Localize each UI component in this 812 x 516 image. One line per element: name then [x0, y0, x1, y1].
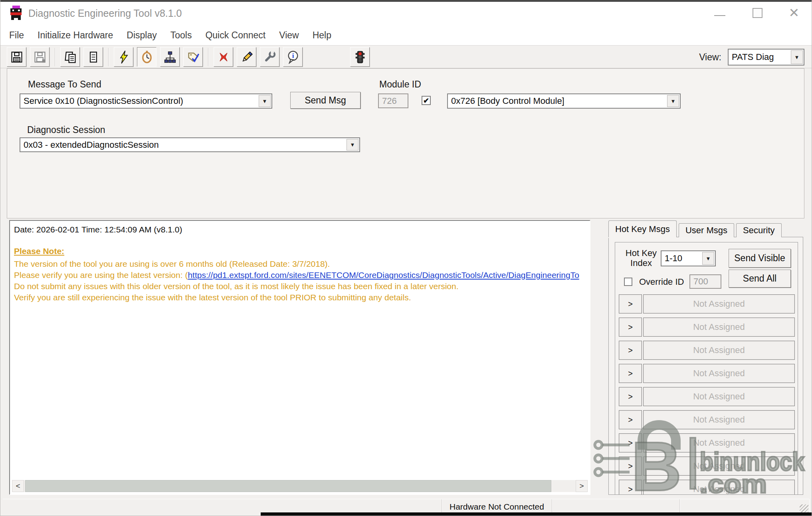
- send-all-button[interactable]: Send All: [729, 270, 791, 288]
- send-visible-button[interactable]: Send Visible: [729, 249, 791, 268]
- pencil-icon[interactable]: [237, 47, 256, 67]
- hotkey-slot-button[interactable]: Not Assigned: [643, 456, 795, 476]
- toolbar: i View: PATS Diag ▼: [0, 46, 812, 68]
- override-id-checkbox[interactable]: [624, 278, 632, 286]
- download-link[interactable]: https://pd1.extspt.ford.com/sites/EENETC…: [188, 270, 579, 280]
- hotkey-slot-button[interactable]: Not Assigned: [643, 318, 795, 337]
- log-line: Do not submit any issues with this older…: [14, 282, 459, 291]
- tab-security[interactable]: Security: [736, 223, 781, 237]
- delete-icon[interactable]: [214, 47, 233, 67]
- chevron-down-icon[interactable]: ▼: [667, 95, 679, 107]
- tab-hot-key-msgs[interactable]: Hot Key Msgs: [608, 220, 677, 237]
- hotkey-row: > Not Assigned: [619, 480, 795, 495]
- send-msg-button[interactable]: Send Msg: [290, 92, 360, 109]
- send-panel: Message To Send Service 0x10 (Diagnostic…: [7, 68, 804, 218]
- module-select[interactable]: 0x726 [Body Control Module] ▼: [447, 93, 681, 109]
- view-select[interactable]: PATS Diag ▼: [728, 49, 804, 65]
- view-select-value: PATS Diag: [732, 52, 774, 62]
- message-to-send-value: Service 0x10 (DiagnosticSessionControl): [24, 96, 183, 106]
- hotkey-slot-button[interactable]: Not Assigned: [643, 433, 795, 452]
- scroll-left-icon[interactable]: <: [12, 480, 24, 492]
- log-panel: Date: 2026-02-01 Time: 12:54:09 AM (v8.1…: [9, 220, 590, 495]
- menu-item-help[interactable]: Help: [309, 30, 335, 41]
- status-cell: [552, 499, 680, 514]
- hotkey-slot-button[interactable]: Not Assigned: [643, 341, 795, 360]
- chevron-down-icon[interactable]: ▼: [347, 139, 358, 151]
- hotkey-row: > Not Assigned: [619, 456, 795, 476]
- app-window: Diagnostic Engineering Tool v8.1.0 ✕ Fil…: [0, 0, 812, 516]
- toolbar-separator: [208, 48, 209, 66]
- hot-key-index-label: Hot Key Index: [622, 248, 660, 268]
- module-id-checkbox[interactable]: ✔: [422, 96, 431, 105]
- diagnostic-session-select[interactable]: 0x03 - extendedDiagnosticSession ▼: [20, 137, 360, 152]
- network-icon[interactable]: [160, 47, 180, 67]
- hotkey-row: > Not Assigned: [619, 410, 795, 429]
- hotkey-arrow-button[interactable]: >: [619, 480, 642, 495]
- status-bar: Hardware Not Connected: [3, 499, 809, 514]
- save-as-icon[interactable]: [30, 47, 50, 67]
- toolbar-separator: [55, 48, 55, 66]
- hotkey-arrow-button[interactable]: >: [619, 364, 642, 383]
- maximize-button[interactable]: [749, 5, 765, 21]
- minimize-button[interactable]: [712, 5, 728, 21]
- hotkey-arrow-button[interactable]: >: [619, 433, 642, 452]
- scrollbar-thumb[interactable]: [25, 480, 551, 492]
- diagnostic-session-value: 0x03 - extendedDiagnosticSession: [24, 140, 159, 150]
- clock-icon[interactable]: [137, 47, 156, 67]
- module-id-field[interactable]: 726: [378, 93, 408, 108]
- chevron-down-icon[interactable]: ▼: [259, 95, 271, 107]
- log-note-title: Please Note:: [14, 246, 64, 256]
- resize-grip[interactable]: [800, 504, 808, 513]
- lightning-icon[interactable]: [114, 47, 133, 67]
- menu-item-initialize-hardware[interactable]: Initialize Hardware: [34, 30, 117, 41]
- tag-check-icon[interactable]: [183, 47, 203, 67]
- copy-pages-icon[interactable]: [60, 47, 80, 67]
- chevron-down-icon[interactable]: ▼: [791, 50, 803, 64]
- window-top-edge: [0, 0, 812, 2]
- hardware-status: Hardware Not Connected: [442, 499, 552, 514]
- message-to-send-select[interactable]: Service 0x10 (DiagnosticSessionControl) …: [20, 93, 272, 109]
- window-title: Diagnostic Engineering Tool v8.1.0: [28, 8, 182, 19]
- save-icon[interactable]: [7, 47, 26, 67]
- scroll-right-icon[interactable]: >: [576, 480, 588, 492]
- hotkey-arrow-button[interactable]: >: [619, 341, 642, 360]
- override-id-label: Override ID: [639, 277, 684, 287]
- log-line: Please verify you are using the latest v…: [14, 270, 579, 280]
- log-line-prefix: Please verify you are using the latest v…: [14, 270, 188, 280]
- status-cell: [680, 499, 809, 514]
- hotkey-arrow-button[interactable]: >: [619, 410, 642, 429]
- log-date-line: Date: 2026-02-01 Time: 12:54:09 AM (v8.1…: [14, 225, 182, 234]
- hotkey-row: > Not Assigned: [619, 318, 795, 337]
- hot-key-groupbox: Hot Key Index 1-10 ▼ Send Visible Send A…: [615, 242, 798, 495]
- page-icon[interactable]: [83, 47, 103, 67]
- info-balloon-icon[interactable]: i: [283, 47, 303, 67]
- hotkey-arrow-button[interactable]: >: [619, 456, 642, 476]
- log-line: Verify you are still experiencing the is…: [14, 293, 411, 302]
- hotkey-slot-button[interactable]: Not Assigned: [643, 387, 795, 406]
- hotkey-arrow-button[interactable]: >: [619, 318, 642, 337]
- hot-key-msgs-page: Hot Key Index 1-10 ▼ Send Visible Send A…: [608, 237, 803, 495]
- tab-user-msgs[interactable]: User Msgs: [679, 223, 734, 237]
- screen-edge: [261, 512, 812, 516]
- hotkey-row: > Not Assigned: [619, 433, 795, 452]
- chevron-down-icon[interactable]: ▼: [702, 252, 714, 265]
- menu-item-quick-connect[interactable]: Quick Connect: [201, 30, 269, 41]
- hotkey-slot-button[interactable]: Not Assigned: [643, 294, 795, 314]
- close-button[interactable]: ✕: [786, 5, 802, 21]
- traffic-light-icon[interactable]: [350, 47, 370, 67]
- app-logo-icon: [8, 6, 24, 21]
- override-id-field[interactable]: 700: [689, 274, 721, 289]
- hotkey-slot-button[interactable]: Not Assigned: [643, 480, 795, 495]
- menu-item-display[interactable]: Display: [123, 30, 160, 41]
- hotkey-slot-button[interactable]: Not Assigned: [643, 410, 795, 429]
- wrench-icon[interactable]: [260, 47, 279, 67]
- hotkey-arrow-button[interactable]: >: [619, 387, 642, 406]
- hotkey-slot-button[interactable]: Not Assigned: [643, 364, 795, 383]
- menu-item-file[interactable]: File: [5, 30, 28, 41]
- menu-item-tools[interactable]: Tools: [166, 30, 196, 41]
- horizontal-scrollbar[interactable]: < >: [12, 480, 588, 492]
- hot-key-index-select[interactable]: 1-10 ▼: [661, 250, 716, 266]
- hotkey-arrow-button[interactable]: >: [619, 294, 642, 314]
- menu-item-view[interactable]: View: [275, 30, 303, 41]
- log-line: The version of the tool you are using is…: [14, 259, 330, 269]
